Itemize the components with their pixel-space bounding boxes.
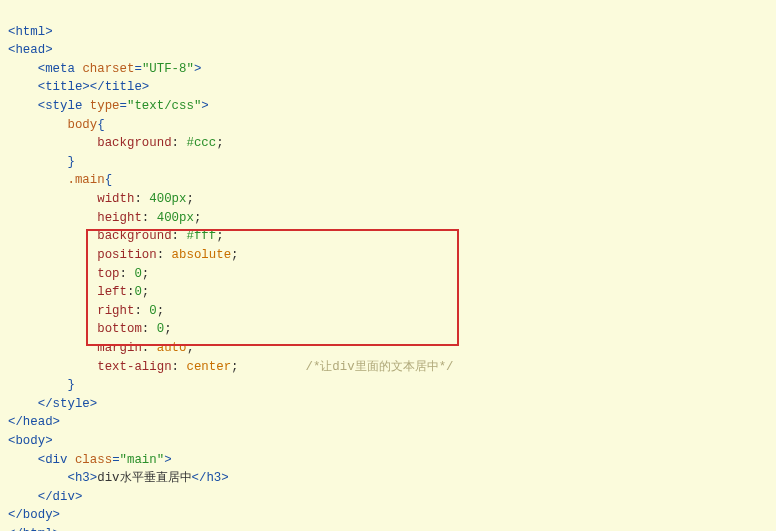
code-line: margin: auto; xyxy=(8,341,194,355)
code-line: <title></title> xyxy=(8,80,149,94)
code-line: body{ xyxy=(8,118,105,132)
code-line: </div> xyxy=(8,490,82,504)
code-line: </html> xyxy=(8,527,60,531)
code-line: <style type="text/css"> xyxy=(8,99,209,113)
code-line: </style> xyxy=(8,397,97,411)
code-line: <h3>div水平垂直居中</h3> xyxy=(8,471,229,485)
code-line: bottom: 0; xyxy=(8,322,172,336)
code-line: <head> xyxy=(8,43,53,57)
code-line: top: 0; xyxy=(8,267,149,281)
code-line: background: #ccc; xyxy=(8,136,224,150)
code-line: <body> xyxy=(8,434,53,448)
code-line: background: #fff; xyxy=(8,229,224,243)
code-line: text-align: center; /*让div里面的文本居中*/ xyxy=(8,360,454,374)
code-line: right: 0; xyxy=(8,304,164,318)
code-line: </body> xyxy=(8,508,60,522)
code-line: <meta charset="UTF-8"> xyxy=(8,62,201,76)
code-line: <html> xyxy=(8,25,53,39)
code-line: width: 400px; xyxy=(8,192,194,206)
code-line: height: 400px; xyxy=(8,211,201,225)
code-line: .main{ xyxy=(8,173,112,187)
code-block: <html> <head> <meta charset="UTF-8"> <ti… xyxy=(8,4,768,531)
code-line: position: absolute; xyxy=(8,248,239,262)
code-line: } xyxy=(8,155,75,169)
code-line: <div class="main"> xyxy=(8,453,172,467)
code-line: } xyxy=(8,378,75,392)
code-comment: /*让div里面的文本居中*/ xyxy=(305,360,453,374)
code-line: </head> xyxy=(8,415,60,429)
code-line: left:0; xyxy=(8,285,149,299)
